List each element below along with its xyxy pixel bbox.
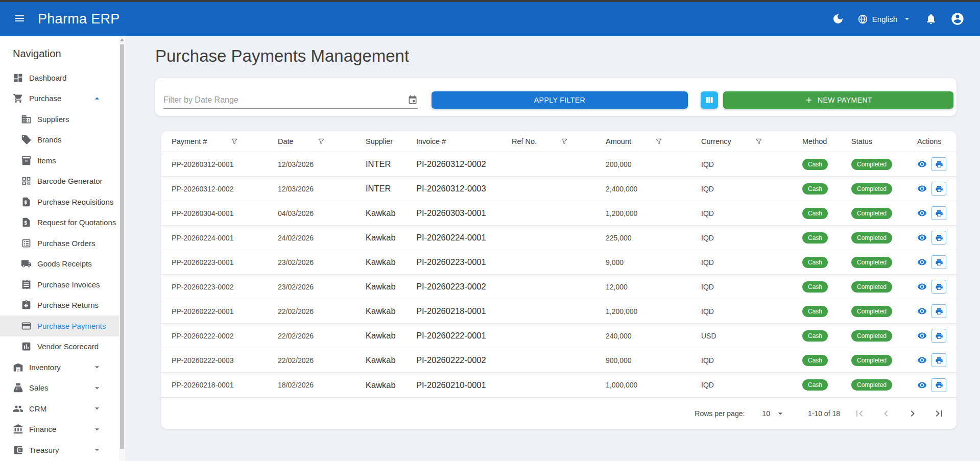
sidebar-item-dashboard[interactable]: Dashboard <box>0 67 119 88</box>
cell-supplier: Kawkab <box>366 282 416 292</box>
previous-page-icon[interactable] <box>880 407 892 420</box>
sidebar-item-suppliers[interactable]: Suppliers <box>0 109 119 130</box>
app-bar: Pharma ERP English <box>0 2 980 36</box>
view-eye-icon[interactable] <box>917 257 927 267</box>
calendar-icon[interactable] <box>408 95 418 105</box>
date-range-input[interactable] <box>163 95 408 105</box>
table-row[interactable]: PP-20260304-000104/03/2026KawkabPI-20260… <box>161 201 957 226</box>
sidebar-item-purchase-orders[interactable]: Purchase Orders <box>0 233 119 254</box>
date-range-field[interactable] <box>163 95 418 109</box>
cell-amount: 1,200,000 <box>606 209 701 217</box>
rows-per-page-select[interactable]: 10 <box>762 408 785 419</box>
credit-card-icon <box>21 321 32 331</box>
sidebar-item-barcode-generator[interactable]: Barcode Generator <box>0 171 119 192</box>
sidebar-item-finance[interactable]: Finance <box>0 419 119 440</box>
view-eye-icon[interactable] <box>917 380 927 390</box>
filter-icon[interactable] <box>560 137 568 145</box>
scrollbar-thumb[interactable] <box>120 44 124 449</box>
table-row[interactable]: PP-20260223-000123/02/2026KawkabPI-20260… <box>161 250 957 275</box>
sidebar-item-purchase-invoices[interactable]: Purchase Invoices <box>0 274 119 295</box>
sidebar-scrollbar[interactable] <box>119 36 125 461</box>
sidebar-item-goods-receipts[interactable]: Goods Receipts <box>0 254 119 275</box>
next-page-icon[interactable] <box>906 407 919 420</box>
cell-supplier: Kawkab <box>366 355 416 365</box>
sidebar-item-request-for-quotations[interactable]: Request for Quotations <box>0 212 119 233</box>
sidebar-item-vendor-scorecard[interactable]: Vendor Scorecard <box>0 336 119 357</box>
print-button[interactable] <box>931 329 946 343</box>
sidebar-item-items[interactable]: Items <box>0 150 119 171</box>
view-eye-icon[interactable] <box>917 159 927 169</box>
printer-icon <box>935 234 943 242</box>
filter-icon[interactable] <box>230 137 238 145</box>
status-badge: Completed <box>851 306 892 317</box>
print-button[interactable] <box>931 206 946 220</box>
app-title: Pharma ERP <box>38 11 120 27</box>
table-row[interactable]: PP-20260223-000223/02/2026KawkabPI-20260… <box>161 275 957 299</box>
print-button[interactable] <box>931 304 946 318</box>
filter-icon[interactable] <box>755 137 763 145</box>
print-button[interactable] <box>931 157 946 171</box>
scrollbar-up-arrow[interactable] <box>120 38 124 41</box>
cell-method: Cash <box>802 281 851 293</box>
table-row[interactable]: PP-20260218-000118/02/2026KawkabPI-20260… <box>161 373 957 397</box>
sidebar-item-inventory[interactable]: Inventory <box>0 357 119 378</box>
table-row[interactable]: PP-20260222-000322/02/2026KawkabPI-20260… <box>161 348 957 373</box>
sidebar-item-purchase-payments[interactable]: Purchase Payments <box>0 316 119 336</box>
view-eye-icon[interactable] <box>917 282 927 292</box>
print-button[interactable] <box>931 231 946 245</box>
sidebar-item-purchase-returns[interactable]: Purchase Returns <box>0 295 119 316</box>
print-button[interactable] <box>931 378 946 392</box>
sidebar-item-crm[interactable]: CRM <box>0 398 119 419</box>
dark-mode-moon-icon[interactable] <box>832 13 844 25</box>
sidebar-item-sales[interactable]: Sales <box>0 378 119 399</box>
cell-currency: IQD <box>701 356 802 365</box>
columns-button[interactable] <box>701 91 718 109</box>
sidebar-item-purchase[interactable]: Purchase <box>0 88 119 109</box>
print-button[interactable] <box>931 353 946 367</box>
apply-filter-button[interactable]: APPLY FILTER <box>432 91 688 109</box>
pagination-bar: Rows per page: 10 1-10 of 18 <box>161 397 957 429</box>
view-eye-icon[interactable] <box>917 331 927 341</box>
method-badge: Cash <box>802 379 828 391</box>
filter-icon[interactable] <box>655 137 663 145</box>
view-eye-icon[interactable] <box>917 355 927 365</box>
view-eye-icon[interactable] <box>917 184 927 193</box>
sidebar-item-brands[interactable]: Brands <box>0 130 119 151</box>
cell-amount: 240,000 <box>606 332 701 340</box>
cell-invoice: PI-20260223-0002 <box>416 282 512 292</box>
cell-invoice: PI-20260303-0001 <box>416 208 512 218</box>
notifications-bell-icon[interactable] <box>925 13 937 25</box>
table-row[interactable]: PP-20260224-000124/02/2026KawkabPI-20260… <box>161 226 957 250</box>
method-badge: Cash <box>802 306 828 317</box>
table-row[interactable]: PP-20260312-000112/03/2026INTERPI-202603… <box>161 152 957 177</box>
sidebar-item-treasury[interactable]: Treasury <box>0 440 119 460</box>
cell-currency: IQD <box>701 209 802 217</box>
view-eye-icon[interactable] <box>917 233 927 242</box>
method-badge: Cash <box>802 281 828 293</box>
column-header-invoice: Invoice # <box>416 137 512 145</box>
first-page-icon[interactable] <box>853 407 866 420</box>
sidebar-item-purchase-requisitions[interactable]: Purchase Requisitions <box>0 191 119 212</box>
cell-invoice: PI-20260218-0001 <box>416 306 512 316</box>
filter-icon[interactable] <box>317 137 325 145</box>
cell-status: Completed <box>851 159 917 170</box>
table-row[interactable]: PP-20260222-000222/02/2026KawkabPI-20260… <box>161 324 957 348</box>
menu-icon[interactable] <box>9 9 30 29</box>
status-badge: Completed <box>851 379 892 391</box>
account-icon[interactable] <box>950 12 965 26</box>
new-payment-button[interactable]: NEW PAYMENT <box>723 91 953 109</box>
cart-icon <box>13 93 23 104</box>
last-page-icon[interactable] <box>933 407 945 420</box>
cell-payment: PP-20260223-0001 <box>172 258 278 266</box>
view-eye-icon[interactable] <box>917 306 927 316</box>
view-eye-icon[interactable] <box>917 208 927 218</box>
language-selector[interactable]: English <box>857 14 912 25</box>
new-payment-label: NEW PAYMENT <box>818 96 872 104</box>
cell-supplier: Kawkab <box>366 306 416 316</box>
cell-method: Cash <box>802 232 851 244</box>
print-button[interactable] <box>931 255 946 269</box>
table-row[interactable]: PP-20260312-000212/03/2026INTERPI-202603… <box>161 177 957 201</box>
print-button[interactable] <box>931 280 946 294</box>
print-button[interactable] <box>931 182 946 196</box>
table-row[interactable]: PP-20260222-000122/02/2026KawkabPI-20260… <box>161 299 957 324</box>
